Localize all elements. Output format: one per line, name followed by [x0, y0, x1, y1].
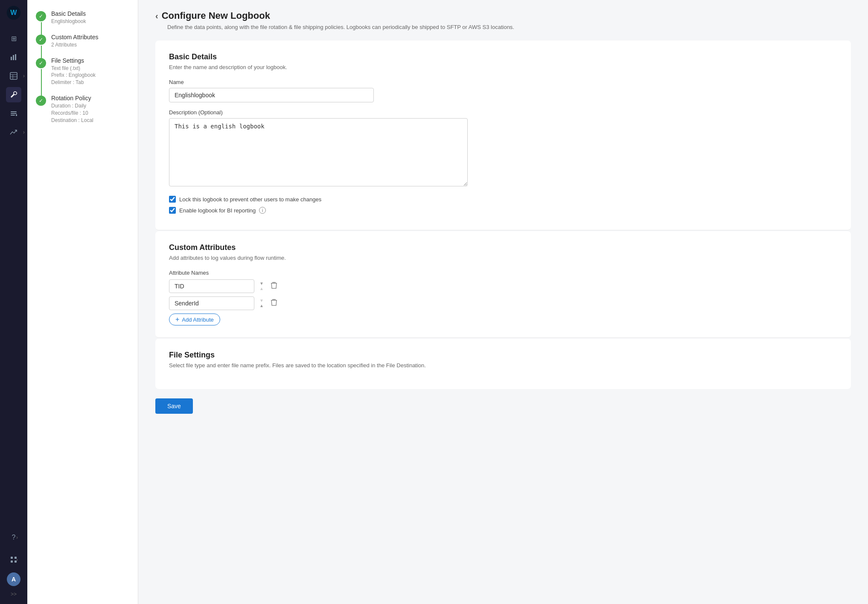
- step-subtitle-2: 2 Attributes: [51, 41, 99, 49]
- svg-rect-4: [15, 54, 16, 60]
- bi-checkbox-row: Enable logbook for BI reporting i: [169, 207, 837, 214]
- svg-rect-2: [11, 57, 12, 60]
- save-button[interactable]: Save: [155, 398, 193, 414]
- step-check-icon-2: ✓: [36, 35, 46, 45]
- name-label: Name: [169, 79, 837, 85]
- lock-checkbox[interactable]: [169, 196, 176, 203]
- attr-names-label-row: Attribute Names: [169, 270, 837, 276]
- attribute-input-2[interactable]: [169, 296, 254, 310]
- bi-label: Enable logbook for BI reporting: [179, 207, 256, 214]
- bi-checkbox[interactable]: [169, 207, 176, 214]
- step-title-4: Rotation Policy: [51, 95, 93, 102]
- custom-attributes-section: Custom Attributes Add attributes to log …: [155, 231, 851, 338]
- step-check-icon-1: ✓: [36, 11, 46, 21]
- step-subtitle-3: Text file (.txt) Prefix : Englogbook Del…: [51, 65, 96, 86]
- sidebar: W ⊞: [0, 0, 27, 604]
- attribute-input-1[interactable]: [169, 279, 254, 293]
- add-attr-label: Add Attribute: [182, 317, 213, 323]
- file-settings-title: File Settings: [169, 351, 837, 360]
- main-area: ✓ Basic Details Englishlogbook ✓ Custom …: [27, 0, 868, 604]
- bi-info-icon[interactable]: i: [259, 207, 266, 214]
- step-title-1: Basic Details: [51, 10, 86, 17]
- lock-label: Lock this logbook to prevent other users…: [179, 196, 321, 203]
- page-header: ‹ Configure New Logbook Define the data …: [155, 10, 851, 30]
- attr-down-arrow-1[interactable]: ▼: [258, 281, 265, 286]
- svg-rect-3: [13, 55, 14, 60]
- bar-chart-icon[interactable]: [6, 49, 21, 65]
- step-file-settings[interactable]: ✓ File Settings Text file (.txt) Prefix …: [36, 57, 129, 86]
- attr-sort-arrows-1: ▼ ▲: [258, 281, 265, 291]
- apps-grid-icon[interactable]: [7, 552, 20, 567]
- step-custom-attributes[interactable]: ✓ Custom Attributes 2 Attributes: [36, 34, 129, 49]
- help-icon[interactable]: ?: [7, 530, 20, 545]
- page-title-row: ‹ Configure New Logbook: [155, 10, 851, 21]
- svg-rect-10: [11, 113, 17, 114]
- attr-delete-btn-2[interactable]: [269, 297, 279, 310]
- attribute-row-2: ▼ ▲: [169, 296, 837, 310]
- desc-label: Description (Optional): [169, 109, 837, 116]
- back-button[interactable]: ‹: [155, 11, 158, 21]
- step-check-icon-4: ✓: [36, 96, 46, 106]
- wrench-icon[interactable]: [6, 87, 21, 102]
- step-check-icon-3: ✓: [36, 58, 46, 68]
- attribute-row-1: ▼ ▲: [169, 279, 837, 293]
- svg-rect-16: [15, 560, 17, 563]
- add-attr-plus-icon: +: [175, 316, 179, 323]
- page-title: Configure New Logbook: [162, 10, 270, 21]
- table-icon[interactable]: [0, 68, 27, 84]
- basic-details-title: Basic Details: [169, 52, 837, 61]
- page-subtitle: Define the data points, along with the f…: [167, 24, 851, 30]
- svg-rect-15: [11, 560, 13, 563]
- svg-rect-9: [11, 111, 17, 112]
- step-basic-details[interactable]: ✓ Basic Details Englishlogbook: [36, 10, 129, 25]
- svg-rect-11: [11, 115, 15, 116]
- attr-up-arrow-2[interactable]: ▲: [258, 303, 265, 308]
- svg-rect-5: [10, 73, 17, 79]
- attr-names-label: Attribute Names: [169, 270, 254, 276]
- file-settings-section: File Settings Select file type and enter…: [155, 339, 851, 389]
- lock-checkbox-row: Lock this logbook to prevent other users…: [169, 196, 837, 203]
- attr-up-arrow-1[interactable]: ▲: [258, 286, 265, 291]
- file-settings-desc: Select file type and enter file name pre…: [169, 362, 837, 369]
- step-title-3: File Settings: [51, 57, 96, 64]
- add-attribute-button[interactable]: + Add Attribute: [169, 314, 220, 325]
- content-panel: ‹ Configure New Logbook Define the data …: [138, 0, 868, 604]
- attr-down-arrow-2[interactable]: ▼: [258, 298, 265, 303]
- basic-details-desc: Enter the name and description of your l…: [169, 64, 837, 70]
- avatar[interactable]: A: [7, 572, 20, 586]
- step-rotation-policy[interactable]: ✓ Rotation Policy Duration : Daily Recor…: [36, 95, 129, 124]
- svg-text:W: W: [10, 9, 17, 16]
- custom-attributes-title: Custom Attributes: [169, 243, 837, 252]
- svg-rect-13: [11, 557, 13, 559]
- list-icon[interactable]: [6, 106, 21, 121]
- step-subtitle-4: Duration : Daily Records/file : 10 Desti…: [51, 102, 93, 124]
- desc-textarea[interactable]: This is a english logbook: [169, 118, 468, 186]
- step-subtitle-1: Englishlogbook: [51, 18, 86, 25]
- svg-rect-12: [16, 114, 17, 116]
- steps-panel: ✓ Basic Details Englishlogbook ✓ Custom …: [27, 0, 138, 604]
- attr-sort-arrows-2: ▼ ▲: [258, 298, 265, 308]
- trending-icon[interactable]: [0, 125, 27, 140]
- attr-delete-btn-1[interactable]: [269, 280, 279, 293]
- name-input[interactable]: [169, 88, 374, 102]
- sidebar-expand-btn[interactable]: >>: [9, 589, 18, 599]
- grid-icon[interactable]: ⊞: [6, 31, 21, 46]
- svg-rect-14: [15, 557, 17, 559]
- custom-attributes-desc: Add attributes to log values during flow…: [169, 255, 837, 261]
- app-logo[interactable]: W: [6, 5, 21, 22]
- basic-details-section: Basic Details Enter the name and descrip…: [155, 41, 851, 230]
- step-title-2: Custom Attributes: [51, 34, 99, 41]
